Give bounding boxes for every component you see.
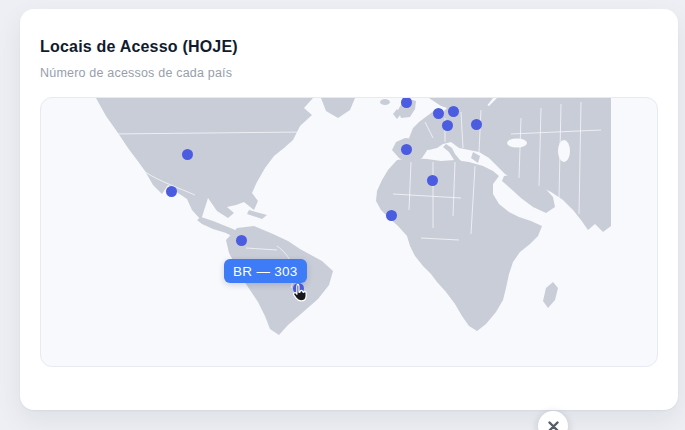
x-icon <box>548 421 559 430</box>
access-marker-algeria[interactable] <box>427 175 438 186</box>
access-marker-west-africa[interactable] <box>386 210 397 221</box>
access-marker-united-kingdom[interactable] <box>401 97 412 108</box>
tooltip-label: BR — 303 <box>233 264 298 279</box>
access-marker-central-europe[interactable] <box>471 119 482 130</box>
access-marker-colombia[interactable] <box>236 235 247 246</box>
card-title: Locais de Acesso (HOJE) <box>40 38 658 56</box>
world-map <box>41 98 658 367</box>
access-marker-benelux[interactable] <box>433 108 444 119</box>
access-marker-mexico[interactable] <box>166 186 177 197</box>
mouse-cursor <box>288 282 310 308</box>
world-map-panel: BR — 303 <box>40 97 658 367</box>
card-subtitle: Número de acessos de cada país <box>40 66 658 80</box>
access-locations-card: Locais de Acesso (HOJE) Número de acesso… <box>20 9 678 410</box>
map-tooltip: BR — 303 <box>224 259 307 283</box>
access-marker-iberia-west[interactable] <box>401 144 412 155</box>
hand-pointer-icon <box>288 282 310 304</box>
floating-close-button[interactable] <box>538 411 568 430</box>
access-marker-alps[interactable] <box>442 120 453 131</box>
access-marker-germany[interactable] <box>448 106 459 117</box>
access-marker-united-states[interactable] <box>182 149 193 160</box>
